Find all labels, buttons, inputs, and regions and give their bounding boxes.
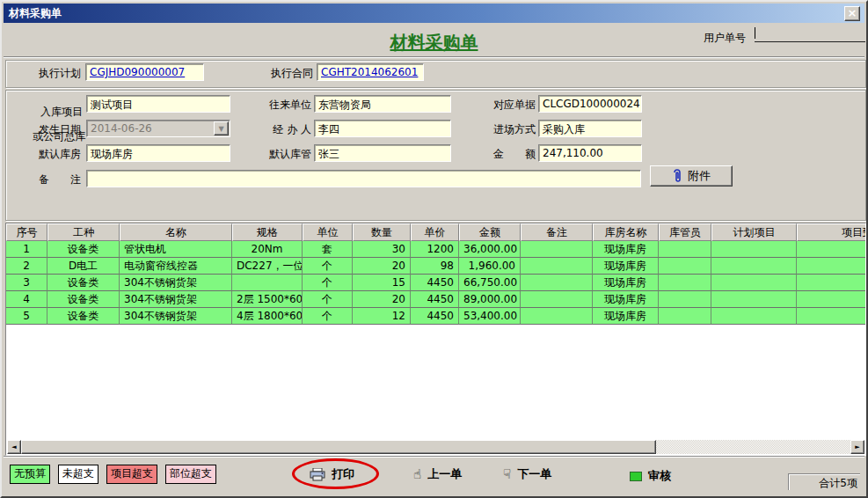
user-no-input[interactable] xyxy=(755,26,865,42)
table-cell[interactable]: 套 xyxy=(303,241,353,258)
table-cell[interactable]: 5 xyxy=(6,308,47,325)
table-cell[interactable]: 4 xyxy=(6,291,47,308)
table-cell[interactable] xyxy=(659,241,711,258)
remark-field[interactable] xyxy=(86,170,641,187)
table-cell[interactable]: 设备类 xyxy=(47,291,120,308)
table-row[interactable]: 2D电工电动窗帘线控器DC227，一位个20981,960.00现场库房 xyxy=(6,258,865,275)
table-cell[interactable]: 4450 xyxy=(411,291,459,308)
audit-button[interactable]: 审核 xyxy=(630,468,671,484)
table-cell[interactable]: 现场库房 xyxy=(593,258,659,275)
table-cell[interactable]: 3 xyxy=(6,275,47,291)
attachment-button[interactable]: 附件 xyxy=(650,165,733,187)
table-cell[interactable]: 89,000.00 xyxy=(459,291,521,308)
table-cell[interactable]: 现场库房 xyxy=(593,291,659,308)
table-cell[interactable]: DC227，一位 xyxy=(232,258,303,275)
table-cell[interactable]: 设备类 xyxy=(47,275,120,291)
agent-field[interactable]: 李四 xyxy=(314,120,451,137)
table-cell[interactable] xyxy=(711,258,797,275)
table-cell[interactable]: 设备类 xyxy=(47,308,120,325)
table-cell[interactable] xyxy=(521,308,593,325)
table-cell[interactable] xyxy=(797,275,865,291)
prev-button[interactable]: ☝ 上一单 xyxy=(413,466,462,482)
project-field[interactable]: 测试项目 xyxy=(86,95,230,113)
table-cell[interactable]: 设备类 xyxy=(47,241,120,258)
entry-mode-field[interactable]: 采购入库 xyxy=(538,120,642,137)
table-cell[interactable] xyxy=(521,291,593,308)
table-cell[interactable] xyxy=(659,258,711,275)
table-cell[interactable] xyxy=(797,291,865,308)
table-cell[interactable]: 304不锈钢货架 xyxy=(120,275,232,291)
horizontal-scrollbar[interactable]: ◄ ► xyxy=(7,440,864,454)
table-cell[interactable]: 20 xyxy=(353,291,411,308)
table-cell[interactable] xyxy=(521,258,593,275)
warehouse-field[interactable]: 现场库房 xyxy=(86,144,230,162)
table-cell[interactable] xyxy=(797,308,865,325)
table-cell[interactable] xyxy=(521,241,593,258)
table-cell[interactable]: 4450 xyxy=(411,308,459,325)
column-header-10[interactable]: 库管员 xyxy=(659,223,711,241)
table-cell[interactable]: 现场库房 xyxy=(593,241,659,258)
scroll-left-icon[interactable]: ◄ xyxy=(7,440,21,454)
chevron-down-icon[interactable]: ▼ xyxy=(214,121,229,135)
execution-plan-field[interactable]: CGJHD090000007 xyxy=(85,63,204,81)
column-header-2[interactable]: 名称 xyxy=(120,223,232,241)
date-combo[interactable]: 2014-06-26 ▼ xyxy=(86,120,230,137)
table-cell[interactable]: 66,750.00 xyxy=(459,275,521,291)
column-header-11[interactable]: 计划项目 xyxy=(711,223,797,241)
table-cell[interactable]: D电工 xyxy=(47,258,120,275)
table-row[interactable]: 4设备类304不锈钢货架2层 1500*600›个20445089,000.00… xyxy=(6,291,865,308)
table-cell[interactable]: 30 xyxy=(353,241,411,258)
table-cell[interactable] xyxy=(659,291,711,308)
table-cell[interactable]: 36,000.00 xyxy=(459,241,521,258)
ref-doc-field[interactable]: CLCGD100000024 xyxy=(538,95,642,113)
column-header-5[interactable]: 数量 xyxy=(353,223,411,241)
table-cell[interactable]: 管状电机 xyxy=(120,241,232,258)
table-cell[interactable]: 304不锈钢货架 xyxy=(120,308,232,325)
print-button[interactable]: 打印 xyxy=(310,466,354,482)
table-cell[interactable]: 1 xyxy=(6,241,47,258)
table-row[interactable]: 1设备类管状电机20Nm套30120036,000.00现场库房 xyxy=(6,241,865,258)
column-header-8[interactable]: 备注 xyxy=(521,223,593,241)
table-cell[interactable] xyxy=(711,308,797,325)
column-header-1[interactable]: 工种 xyxy=(47,223,120,241)
vendor-field[interactable]: 东营物资局 xyxy=(314,95,451,113)
table-cell[interactable] xyxy=(659,308,711,325)
column-header-4[interactable]: 单位 xyxy=(303,223,353,241)
table-cell[interactable] xyxy=(232,275,303,291)
table-cell[interactable]: 1,960.00 xyxy=(459,258,521,275)
table-cell[interactable]: 个 xyxy=(303,275,353,291)
table-cell[interactable] xyxy=(711,291,797,308)
column-header-7[interactable]: 金额 xyxy=(459,223,521,241)
table-cell[interactable] xyxy=(797,258,865,275)
table-cell[interactable]: 现场库房 xyxy=(593,308,659,325)
keeper-field[interactable]: 张三 xyxy=(314,144,451,162)
table-cell[interactable] xyxy=(711,275,797,291)
table-row[interactable]: 5设备类304不锈钢货架4层 1800*600›个12445053,400.00… xyxy=(6,308,865,325)
column-header-9[interactable]: 库房名称 xyxy=(593,223,659,241)
table-cell[interactable] xyxy=(659,275,711,291)
scrollbar-thumb[interactable] xyxy=(21,440,656,454)
table-cell[interactable]: 20Nm xyxy=(232,241,303,258)
table-cell[interactable]: 个 xyxy=(303,258,353,275)
table-cell[interactable]: 个 xyxy=(303,308,353,325)
table-cell[interactable] xyxy=(521,275,593,291)
table-row[interactable]: 3设备类304不锈钢货架个15445066,750.00现场库房 xyxy=(6,275,865,291)
table-cell[interactable]: 1200 xyxy=(411,241,459,258)
table-cell[interactable]: 53,400.00 xyxy=(459,308,521,325)
table-cell[interactable]: 4层 1800*600› xyxy=(232,308,303,325)
table-cell[interactable]: 15 xyxy=(353,275,411,291)
column-header-6[interactable]: 单价 xyxy=(411,223,459,241)
close-button[interactable]: × xyxy=(844,6,860,21)
table-cell[interactable]: 20 xyxy=(353,258,411,275)
table-cell[interactable]: 电动窗帘线控器 xyxy=(120,258,232,275)
table-cell[interactable]: 4450 xyxy=(411,275,459,291)
execution-contract-field[interactable]: CGHT2014062601 xyxy=(317,63,424,81)
table-cell[interactable]: 2层 1500*600› xyxy=(232,291,303,308)
next-button[interactable]: ☟ 下一单 xyxy=(503,466,551,482)
table-cell[interactable]: 2 xyxy=(6,258,47,275)
table-cell[interactable]: 个 xyxy=(303,291,353,308)
table-cell[interactable]: 12 xyxy=(353,308,411,325)
amount-field[interactable]: 247,110.00 xyxy=(538,144,642,162)
table-cell[interactable]: 现场库房 xyxy=(593,275,659,291)
table-cell[interactable]: 304不锈钢货架 xyxy=(120,291,232,308)
